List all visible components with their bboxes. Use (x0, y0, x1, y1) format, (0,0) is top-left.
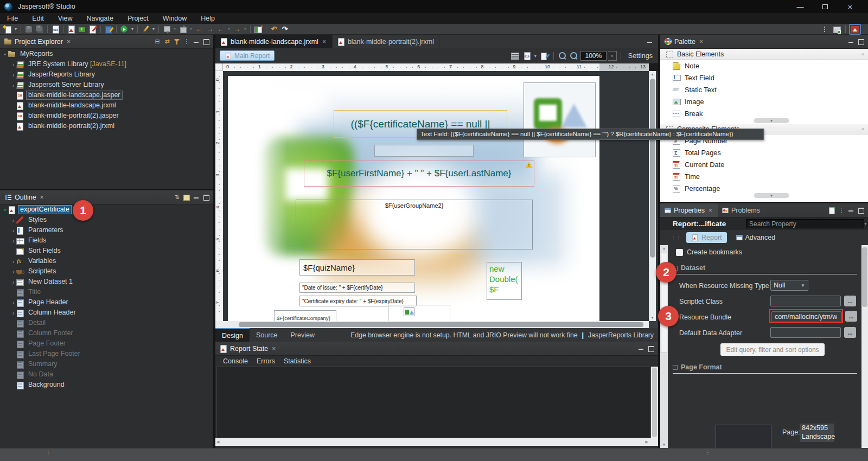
link-editor-icon[interactable]: ⇄ (162, 37, 172, 47)
palette-item-static-text[interactable]: Static Text (660, 84, 868, 95)
add-library-icon[interactable] (76, 24, 87, 34)
tree-item-page-footer[interactable]: Page Footer (0, 338, 213, 349)
run-report-icon[interactable] (119, 24, 130, 34)
tab-problems[interactable]: Problems (718, 203, 764, 217)
report-state-horizontal-scrollbar[interactable]: ◀▶ (215, 438, 658, 446)
collapse-all-icon[interactable]: ⊟ (152, 37, 162, 47)
page-format-section-header[interactable]: − Page Format (673, 363, 722, 371)
drag-handle-icon[interactable]: ⋮ (705, 452, 707, 458)
zoom-in-icon[interactable] (558, 51, 567, 61)
close-icon[interactable]: × (707, 207, 713, 214)
perspective-grid-icon[interactable] (831, 24, 842, 34)
minimize-icon[interactable] (846, 37, 856, 47)
tree-item-summary[interactable]: Summary (0, 359, 213, 369)
edit-dataset-icon[interactable] (540, 51, 550, 61)
image-placeholder-element[interactable] (388, 305, 450, 321)
view-menu-icon[interactable]: ⋮ (837, 206, 846, 215)
tab-properties[interactable]: Properties × (660, 203, 718, 217)
tree-item-no-data[interactable]: No Data (0, 369, 213, 380)
chevron-down-icon[interactable]: ▾ (151, 27, 156, 31)
save-icon[interactable] (23, 24, 34, 34)
tree-item-column-footer[interactable]: Column Footer (0, 328, 213, 338)
filter-icon[interactable] (172, 37, 182, 47)
tree-item-styles[interactable]: ›Styles (0, 215, 213, 225)
textfield-empty[interactable] (374, 145, 474, 157)
expand-arrow-icon[interactable]: › (10, 227, 16, 234)
datasource-icon[interactable] (521, 51, 531, 61)
chevron-down-icon[interactable]: ▾ (226, 27, 232, 31)
minimize-icon[interactable] (846, 206, 856, 215)
subtab-report[interactable]: Report (686, 232, 727, 243)
zoom-dropdown[interactable]: ˅ (608, 51, 617, 61)
new-wizard-icon[interactable] (2, 24, 13, 34)
tree-item-jasperreports-library[interactable]: ›JasperReports Library (0, 69, 213, 80)
maximize-icon[interactable] (856, 206, 866, 215)
expand-arrow-icon[interactable]: › (10, 217, 16, 223)
expand-arrow-icon[interactable]: › (10, 268, 16, 275)
image-element[interactable] (524, 82, 596, 157)
menu-project[interactable]: Project (120, 13, 156, 24)
expand-arrow-icon[interactable]: › (10, 82, 16, 88)
textfield-certify-date[interactable]: "Date of issue: " + $F{certifyDate} (299, 283, 415, 293)
tree-item-fields[interactable]: ›Fields (0, 235, 213, 246)
view-tab-preview[interactable]: Preview (284, 328, 321, 342)
tree-item-blank-middle-portrait-2-jasper[interactable]: blank-middle-portrait(2).jasper (0, 111, 213, 121)
edit-query-button[interactable]: Edit query, filter and sort options (720, 343, 825, 356)
tree-item-parameters[interactable]: ›Parameters (0, 225, 213, 235)
tab-project-explorer[interactable]: Project Explorer × (0, 35, 76, 48)
minimize-icon[interactable] (636, 344, 646, 354)
forward-history-icon[interactable]: → (205, 24, 215, 34)
drag-handle-icon[interactable]: ⋮ (46, 452, 47, 458)
subtab-advanced[interactable]: Advanced (731, 232, 781, 243)
minimize-icon[interactable] (192, 193, 201, 202)
back-nav-icon[interactable]: ← (215, 24, 226, 34)
expand-arrow-icon[interactable]: › (10, 279, 16, 285)
compile-report-icon[interactable] (87, 24, 98, 34)
expand-arrow-icon[interactable]: › (10, 299, 16, 306)
view-tab-design[interactable]: Design (215, 328, 250, 342)
textfield-user-name[interactable]: $F{userFirstName} + " " + $F{userLastNam… (304, 161, 534, 187)
textfield-company[interactable]: $F{certificateCompany} (274, 310, 336, 321)
dataset-section-header[interactable]: − Dataset (673, 264, 705, 272)
expand-arrow-icon[interactable]: › (10, 72, 16, 78)
create-bookmarks-checkbox[interactable] (676, 249, 683, 256)
tree-item-scriptlets[interactable]: ›Scriptlets (0, 266, 213, 277)
chevron-down-icon[interactable]: ▾ (188, 27, 194, 31)
dataset-edit-icon[interactable] (103, 24, 114, 34)
settings-button[interactable]: Settings (628, 52, 653, 60)
close-icon[interactable]: × (321, 38, 327, 46)
tab-outline[interactable]: Outline × (0, 190, 49, 204)
chevron-down-icon[interactable]: ▼ (864, 222, 867, 226)
pin-icon[interactable]: ‹› (861, 126, 864, 132)
view-menu-icon[interactable]: ⋮ (182, 37, 192, 47)
editor-tab-blank-middle-portrait-2-jrxml[interactable]: blank-middle-portrait(2).jrxml (333, 35, 439, 48)
drag-handle-icon[interactable]: ⋮⋮ (671, 235, 681, 241)
menu-view[interactable]: View (51, 13, 80, 24)
palette-item-current-date[interactable]: Current Date (660, 158, 868, 170)
new-report-icon[interactable] (66, 24, 76, 34)
tree-item-blank-middle-landscape-jasper[interactable]: blank-middle-landscape.jasper (0, 90, 213, 100)
view-tab-source[interactable]: Source (250, 328, 284, 342)
maximize-window-button[interactable] (813, 0, 838, 13)
menu-help[interactable]: Help (194, 13, 222, 24)
close-icon[interactable]: × (39, 194, 45, 201)
textfield-quiz-name[interactable]: $F{quizName} (299, 259, 415, 276)
collapse-arrow-icon[interactable]: › (2, 51, 9, 57)
tree-item-background[interactable]: Background (0, 380, 213, 390)
default-data-adapter-browse-button[interactable]: ... (844, 327, 856, 338)
resource-bundle-input[interactable]: com/mallocinc/ytm/w (771, 311, 842, 322)
tree-item-new-dataset-1[interactable]: ›New Dataset 1 (0, 277, 213, 287)
palette-item-time[interactable]: Time (660, 170, 868, 182)
palette-item-note[interactable]: Note (660, 60, 868, 72)
zoom-out-icon[interactable] (569, 51, 579, 61)
expand-arrow-icon[interactable]: › (10, 310, 16, 316)
tab-palette[interactable]: Palette × (660, 35, 709, 48)
tree-item-sort-fields[interactable]: Sort Fields (0, 246, 213, 256)
report-design-perspective-icon[interactable] (849, 24, 861, 35)
scroll-down-icon[interactable]: ▾ (754, 118, 789, 123)
tree-item-last-page-footer[interactable]: Last Page Footer (0, 349, 213, 359)
close-icon[interactable]: × (66, 38, 72, 46)
menu-file[interactable]: File (0, 13, 25, 24)
save-all-icon[interactable] (34, 24, 45, 34)
chevron-down-icon[interactable]: ▾ (13, 27, 18, 31)
